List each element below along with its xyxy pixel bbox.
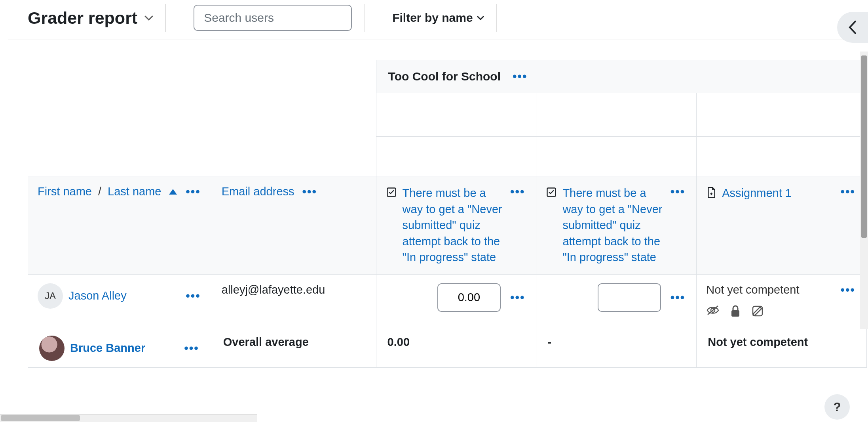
assignment-icon: [706, 187, 716, 200]
report-selector[interactable]: Grader report: [28, 8, 153, 28]
blank-header: [697, 137, 867, 176]
quiz1-column-actions-menu[interactable]: •••: [509, 185, 527, 199]
divider: [8, 40, 860, 40]
blank-header: [697, 93, 867, 137]
blank-header: [28, 60, 376, 176]
help-icon: ?: [833, 400, 841, 414]
email-column-actions-menu[interactable]: •••: [301, 185, 319, 199]
filter-by-name-dropdown[interactable]: Filter by name: [392, 11, 484, 25]
average-value: Not yet competent: [697, 329, 867, 367]
email-cell: alleyj@lafayette.edu: [212, 274, 376, 329]
overall-average-row: Bruce Banner ••• Overall average 0.00 - …: [28, 329, 867, 367]
category-header-cell: Too Cool for School •••: [376, 60, 866, 93]
svg-rect-4: [731, 310, 739, 317]
quiz-icon: [386, 187, 397, 199]
chevron-left-icon: [847, 20, 858, 35]
grader-table-wrapper: Too Cool for School ••• First name / Las…: [28, 60, 868, 368]
blank-header: [376, 93, 536, 137]
quiz2-column-actions-menu[interactable]: •••: [669, 185, 687, 199]
user-cell: JA Jason Alley •••: [28, 274, 212, 329]
assignment-status: Not yet competent: [706, 283, 799, 296]
sort-last-name-link[interactable]: Last name: [108, 185, 161, 198]
grade-input[interactable]: [598, 283, 661, 312]
user-actions-menu[interactable]: •••: [182, 342, 201, 355]
assignment-actions-menu[interactable]: •••: [839, 283, 857, 297]
vertical-scrollbar[interactable]: [860, 52, 868, 329]
table-row: JA Jason Alley ••• alleyj@lafayette.edu …: [28, 274, 867, 329]
horizontal-scrollbar[interactable]: [0, 414, 257, 422]
user-link[interactable]: Jason Alley: [68, 289, 127, 302]
category-actions-menu[interactable]: •••: [511, 70, 529, 83]
average-value: -: [536, 329, 697, 367]
quiz1-column-header: There must be a way to get a "Never subm…: [376, 176, 536, 275]
sort-ascending-icon[interactable]: [169, 189, 177, 195]
sort-first-name-link[interactable]: First name: [38, 185, 92, 198]
assignment-link[interactable]: Assignment 1: [722, 185, 833, 201]
assignment-column-actions-menu[interactable]: •••: [839, 185, 857, 199]
page-title: Grader report: [28, 8, 137, 28]
grade-cell: •••: [536, 274, 697, 329]
user-link[interactable]: Bruce Banner: [70, 342, 145, 355]
quiz-icon: [546, 187, 557, 199]
average-value: 0.00: [376, 329, 536, 367]
user-cell: Bruce Banner •••: [28, 329, 212, 367]
blank-header: [376, 137, 536, 176]
grader-table: Too Cool for School ••• First name / Las…: [28, 60, 867, 368]
overall-average-label: Overall average: [212, 329, 376, 367]
quiz2-column-header: There must be a way to get a "Never subm…: [536, 176, 697, 275]
edit-icon[interactable]: [751, 305, 764, 320]
blank-header: [536, 137, 697, 176]
email-column-header: Email address •••: [212, 176, 376, 275]
blank-header: [536, 93, 697, 137]
filter-label: Filter by name: [392, 11, 473, 25]
user-actions-menu[interactable]: •••: [184, 289, 202, 303]
avatar[interactable]: [39, 336, 65, 361]
quiz2-link[interactable]: There must be a way to get a "Never subm…: [562, 185, 663, 265]
drawer-toggle-button[interactable]: [837, 12, 868, 43]
sort-email-link[interactable]: Email address: [222, 185, 294, 198]
lock-icon[interactable]: [730, 305, 741, 320]
name-column-header: First name / Last name •••: [28, 176, 212, 275]
chevron-down-icon: [477, 13, 484, 23]
name-separator: /: [98, 185, 101, 198]
grade-cell: •••: [376, 274, 536, 329]
quiz1-link[interactable]: There must be a way to get a "Never subm…: [403, 185, 503, 265]
assignment-column-header: Assignment 1 •••: [697, 176, 867, 275]
avatar[interactable]: JA: [38, 283, 63, 309]
assignment-cell: Not yet competent •••: [697, 274, 867, 329]
hidden-icon[interactable]: [706, 305, 720, 320]
search-input[interactable]: [194, 5, 352, 31]
name-column-actions-menu[interactable]: •••: [184, 185, 202, 199]
grade-actions-menu[interactable]: •••: [669, 291, 687, 304]
help-button[interactable]: ?: [824, 394, 850, 420]
category-link[interactable]: Too Cool for School: [388, 70, 501, 83]
toolbar: Grader report Filter by name: [0, 0, 868, 40]
chevron-down-icon: [144, 12, 153, 23]
grade-actions-menu[interactable]: •••: [509, 291, 527, 304]
grade-input[interactable]: [437, 283, 501, 312]
